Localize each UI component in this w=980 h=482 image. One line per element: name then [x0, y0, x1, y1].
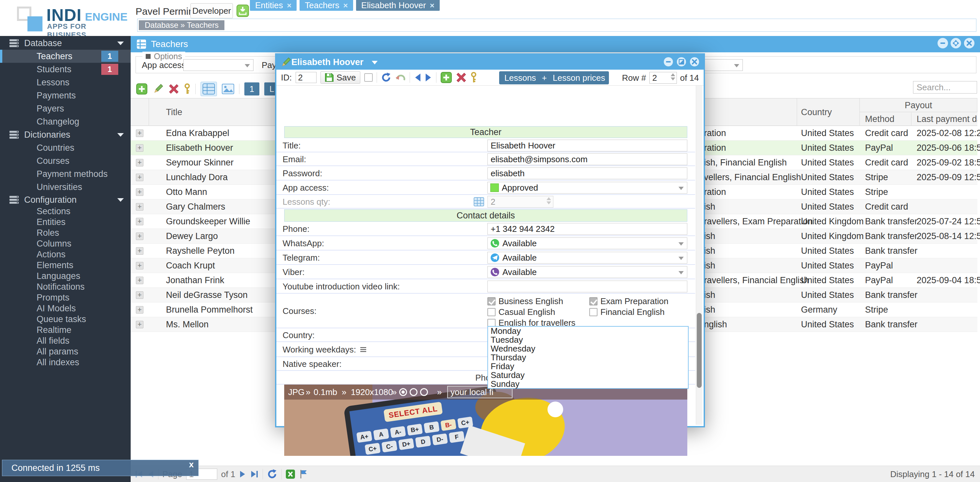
tab-entities[interactable]: Entities×	[250, 0, 297, 11]
id-input[interactable]	[296, 72, 317, 83]
dropdown-option-monday[interactable]: Monday	[488, 327, 688, 335]
chevron-down-icon[interactable]	[117, 41, 124, 45]
form-scrollbar[interactable]	[696, 86, 702, 425]
row-expander-button[interactable]: +	[136, 129, 143, 137]
column-header-last-payment[interactable]: Last payment date	[912, 112, 977, 126]
app-access-filter-combo[interactable]	[183, 59, 253, 71]
row-expander-button[interactable]: +	[136, 144, 143, 152]
sidebar-item-payments[interactable]: Payments	[0, 89, 130, 102]
sidebar-item-entities[interactable]: Entities	[0, 217, 130, 228]
next-record-button[interactable]	[425, 73, 432, 82]
row-expander-button[interactable]: +	[136, 174, 143, 181]
save-button[interactable]: Save	[320, 71, 360, 84]
course-checkbox-exam-preparation[interactable]: Exam Preparation	[589, 296, 668, 306]
image-view-button[interactable]	[222, 84, 234, 94]
chevron-down-icon[interactable]	[117, 198, 124, 202]
chevron-down-icon[interactable]	[678, 257, 684, 260]
search-input[interactable]	[913, 81, 977, 94]
tab-teachers[interactable]: Teachers×	[299, 0, 353, 11]
toast-close-button[interactable]: x	[189, 460, 194, 469]
chevron-down-icon[interactable]	[117, 133, 124, 137]
delete-record-button[interactable]	[456, 72, 466, 83]
refresh-button[interactable]	[267, 469, 277, 479]
column-header-country[interactable]: Country	[797, 99, 860, 126]
checkbox-checked-icon[interactable]	[487, 297, 496, 305]
row-number-stepper[interactable]: 2	[649, 72, 677, 84]
sidebar-item-payers[interactable]: Payers	[0, 102, 130, 115]
sidebar-item-changelog[interactable]: Changelog	[0, 115, 130, 128]
telegram-combo[interactable]: Available	[487, 252, 687, 263]
sidebar-item-payment-methods[interactable]: Payment methods	[0, 168, 130, 180]
sidebar-item-ai-models[interactable]: AI Models	[0, 303, 130, 314]
row-expander-button[interactable]: +	[136, 159, 143, 166]
window-minimize-button[interactable]	[664, 57, 673, 66]
reload-record-button[interactable]	[381, 72, 391, 83]
sidebar-item-courses[interactable]: Courses	[0, 154, 130, 168]
sidebar-item-roles[interactable]: Roles	[0, 228, 130, 238]
stepper-arrows-icon[interactable]	[671, 73, 675, 80]
key-icon[interactable]	[470, 72, 477, 83]
row-expander-button[interactable]: +	[136, 203, 143, 211]
sidebar-item-students[interactable]: Students1	[0, 63, 130, 76]
sidebar-item-realtime[interactable]: Realtime	[0, 325, 130, 335]
app-access-combo[interactable]: Approved	[487, 182, 687, 193]
delete-row-button[interactable]	[169, 84, 179, 94]
sidebar-item-languages[interactable]: Languages	[0, 271, 130, 282]
photo-size-radio[interactable]	[410, 388, 417, 396]
record-window-header[interactable]: Elisabeth Hoover	[276, 54, 704, 70]
tab-close-icon[interactable]: ×	[287, 2, 291, 10]
panel-minimize-button[interactable]	[937, 38, 948, 48]
sidebar-item-columns[interactable]: Columns	[0, 238, 130, 249]
sidebar-item-database[interactable]: Database	[0, 37, 130, 50]
dropdown-option-sunday[interactable]: Sunday	[488, 380, 688, 388]
chevron-down-icon[interactable]	[678, 242, 684, 246]
sidebar-item-notifications[interactable]: Notifications	[0, 282, 130, 292]
column-header-method[interactable]: Method	[860, 112, 912, 126]
add-record-button[interactable]	[440, 72, 452, 83]
phone-field[interactable]: +1 342 944 2342	[487, 223, 687, 235]
flag-icon[interactable]	[299, 469, 308, 479]
whatsapp-combo[interactable]: Available	[487, 238, 687, 249]
sidebar-item-dictionaries[interactable]: Dictionaries	[0, 128, 130, 141]
panel-maximize-button[interactable]	[951, 38, 961, 48]
row-expander-button[interactable]: +	[136, 233, 143, 240]
sidebar-item-sections[interactable]: Sections	[0, 206, 130, 217]
title-field[interactable]: Elisabeth Hoover	[487, 140, 687, 152]
menu-icon[interactable]	[360, 347, 366, 352]
dropdown-option-friday[interactable]: Friday	[488, 362, 688, 371]
panel-close-button[interactable]	[964, 38, 974, 48]
sidebar-item-universities[interactable]: Universities	[0, 180, 130, 193]
chevron-down-icon[interactable]	[678, 187, 684, 190]
window-close-button[interactable]	[690, 57, 699, 66]
dropdown-option-tuesday[interactable]: Tuesday	[488, 335, 688, 344]
sidebar-item-elements[interactable]: Elements	[0, 260, 130, 271]
window-restore-button[interactable]	[677, 57, 686, 66]
sidebar-item-all-indexes[interactable]: All indexes	[0, 357, 130, 368]
role-selector[interactable]: Developer	[191, 3, 233, 18]
row-expander-button[interactable]: +	[136, 262, 143, 270]
tab-close-icon[interactable]: ×	[430, 2, 434, 10]
sidebar-item-lessons[interactable]: Lessons	[0, 76, 130, 89]
row-expander-button[interactable]: +	[136, 291, 143, 299]
undo-button[interactable]	[395, 73, 406, 82]
email-field[interactable]: elisabeth@simpsons.com	[487, 153, 687, 165]
photo-size-radio-selected[interactable]	[399, 388, 407, 396]
subtab-lessons[interactable]: Lessons	[504, 73, 536, 83]
dropdown-option-wednesday[interactable]: Wednesday	[488, 344, 688, 353]
last-page-button[interactable]	[250, 470, 259, 479]
row-expander-button[interactable]: +	[136, 188, 143, 196]
course-checkbox-financial-english[interactable]: Financial English	[589, 307, 665, 317]
checkbox-icon[interactable]	[589, 308, 598, 316]
scrollbar-thumb[interactable]	[697, 313, 702, 388]
row-expander-button[interactable]: +	[136, 277, 143, 284]
subtab-lesson-prices[interactable]: Lesson prices	[553, 73, 605, 83]
lessons-qty-stepper[interactable]: 2	[487, 196, 554, 207]
prev-record-button[interactable]	[414, 73, 421, 82]
sidebar-item-queue-tasks[interactable]: Queue tasks	[0, 314, 130, 325]
lessons-grid-icon[interactable]	[474, 197, 484, 206]
row-expander-button[interactable]: +	[136, 306, 143, 314]
key-icon[interactable]	[184, 83, 191, 94]
youtube-field[interactable]	[487, 281, 687, 292]
course-checkbox-casual-english[interactable]: Casual English	[487, 307, 555, 317]
add-row-button[interactable]	[136, 83, 148, 95]
